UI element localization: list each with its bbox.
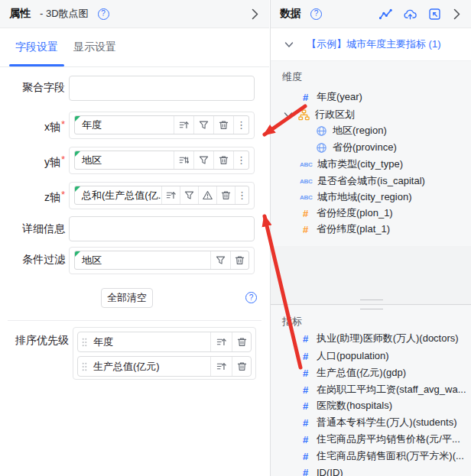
filter-field-chip[interactable]: 地区 [74,251,249,270]
chart-line-icon[interactable] [379,8,392,21]
measure-field-row[interactable]: # ID(ID) [271,464,471,476]
help-icon[interactable]: ? [98,8,109,20]
sort-icon[interactable] [174,151,193,169]
dimension-field-row[interactable]: ABC 城市地域(city_region) [271,189,471,206]
field-name: ID(ID) [317,467,348,476]
filter-icon[interactable] [180,186,198,204]
sort-priority-item[interactable]: 生产总值(亿元) [77,356,252,377]
drag-handle-icon[interactable] [78,332,90,351]
delete-icon[interactable] [216,186,235,204]
chevron-down-icon[interactable] [284,111,293,119]
y-axis-field-chip[interactable]: 地区 ⋮ [74,151,249,170]
measure-field-row[interactable]: # 住宅商品房平均销售价格(元/平... [271,431,471,448]
measure-field-row[interactable]: # 在岗职工平均工资(staff_avg_wa... [271,381,471,398]
field-name: 住宅商品房平均销售价格(元/平... [317,432,465,446]
number-field-icon: # [300,208,311,219]
number-field-icon: # [300,351,311,362]
data-panel: 数据 ? 【示例】城市年度主要指标 (1) 维度 # 年度(year) 行政区划… [270,0,471,476]
cloud-upload-icon[interactable] [404,8,417,21]
sort-icon[interactable] [174,116,193,134]
detail-info-input[interactable] [69,216,255,241]
sort-item-name: 年度 [90,332,210,351]
dimension-field-row[interactable]: # 省份纬度(plat_1) [271,221,471,238]
condition-filter-label: 条件过滤 [0,253,65,267]
dimension-flag-icon [75,116,80,121]
measure-field-row[interactable]: # 人口(population) [271,348,471,364]
aggregate-field-input[interactable] [69,76,255,101]
sort-priority-item[interactable]: 年度 [77,332,252,352]
sort-icon[interactable] [210,357,232,376]
z-axis-label: z轴* [0,189,65,205]
delete-icon[interactable] [230,251,248,269]
x-axis-field-chip[interactable]: 年度 ⋮ [74,115,249,134]
clear-all-button[interactable]: 全部清空 [101,288,153,308]
help-icon[interactable]: ? [245,292,257,303]
warning-icon[interactable] [198,186,216,204]
aggregate-field-label: 聚合字段 [0,81,65,95]
sort-icon[interactable] [210,332,232,351]
z-axis-field-name: 总和(生产总值(亿... [75,186,161,204]
delete-icon[interactable] [213,151,233,169]
number-field-icon: # [300,467,311,476]
field-name: 是否省会城市(is_capital) [317,174,430,188]
collapse-panel-icon[interactable] [250,8,260,20]
z-axis-field-chip[interactable]: 总和(生产总值(亿... ⋮ [74,186,249,205]
condition-filter-dropzone[interactable]: 地区 [69,247,255,274]
y-axis-dropzone[interactable]: 地区 ⋮ [69,147,255,174]
filter-icon[interactable] [210,251,230,269]
dimension-field-row[interactable]: 地区(region) [271,122,471,139]
measure-field-row[interactable]: # 普通本专科学生(万人)(students) [271,414,471,431]
field-name: 执业(助理)医师数(万人)(doctors) [317,332,463,345]
dataset-selector[interactable]: 【示例】城市年度主要指标 (1) [271,28,471,61]
measure-field-row[interactable]: # 医院数(hospitals) [271,397,471,414]
field-name: 生产总值(亿元)(gdp) [317,366,411,380]
delete-icon[interactable] [232,357,251,376]
more-icon[interactable]: ⋮ [233,116,248,134]
x-axis-dropzone[interactable]: 年度 ⋮ [69,112,255,139]
text-field-icon: ABC [300,178,312,185]
measure-field-row[interactable]: # 执业(助理)医师数(万人)(doctors) [271,330,471,347]
more-icon[interactable]: ⋮ [233,151,248,169]
measure-field-row[interactable]: # 住宅商品房销售面积(万平方米)(... [271,448,471,465]
fields-area: 维度 # 年度(year) 行政区划 地区(region) 省份(provinc… [271,61,471,476]
select-dataset-icon[interactable] [428,8,441,21]
number-field-icon: # [300,384,311,396]
field-name: 人口(population) [317,349,394,363]
chevron-down-icon[interactable] [284,40,294,49]
dimensions-section-label: 维度 [282,70,302,84]
tab-field-settings[interactable]: 字段设置 [15,28,58,66]
properties-panel: 属性 - 3D散点图 ? 字段设置 显示设置 聚合字段 x轴* 年度 ⋮ y轴* [0,0,269,476]
filter-icon[interactable] [193,151,213,169]
globe-icon [316,125,327,137]
data-header: 数据 ? [271,0,471,28]
sort-icon[interactable] [161,186,180,204]
number-field-icon: # [300,92,311,103]
measures-section-label: 指标 [282,315,302,329]
splitter-drag-handle[interactable] [360,300,383,309]
drag-handle-icon[interactable] [78,357,90,376]
delete-icon[interactable] [232,332,251,351]
more-icon[interactable]: ⋮ [235,186,248,204]
field-name: 住宅商品房销售面积(万平方米)(... [317,449,469,463]
dimension-field-row[interactable]: # 省份经度(plon_1) [271,205,471,222]
sort-priority-label: 排序优先级 [0,334,69,348]
text-field-icon: ABC [300,161,312,168]
properties-tabs: 字段设置 显示设置 [0,28,269,67]
number-field-icon: # [300,224,311,235]
dimension-group-row[interactable]: 行政区划 [271,106,471,123]
measure-field-row[interactable]: # 生产总值(亿元)(gdp) [271,364,471,381]
tab-display-settings[interactable]: 显示设置 [73,28,116,66]
sort-priority-list: 年度 生产总值(亿元) [73,327,256,380]
number-field-icon: # [300,368,311,379]
delete-icon[interactable] [213,116,233,134]
dimension-field-row[interactable]: 省份(province) [271,139,471,156]
dimension-field-row[interactable]: # 年度(year) [271,89,471,105]
filter-icon[interactable] [193,116,213,134]
required-asterisk: * [61,189,65,200]
z-axis-dropzone[interactable]: 总和(生产总值(亿... ⋮ [69,182,255,209]
help-icon[interactable]: ? [310,8,322,20]
collapse-panel-icon[interactable] [452,8,462,20]
properties-header: 属性 - 3D散点图 ? [0,0,269,28]
dimension-field-row[interactable]: ABC 城市类型(city_type) [271,156,471,173]
dimension-field-row[interactable]: ABC 是否省会城市(is_capital) [271,173,471,189]
